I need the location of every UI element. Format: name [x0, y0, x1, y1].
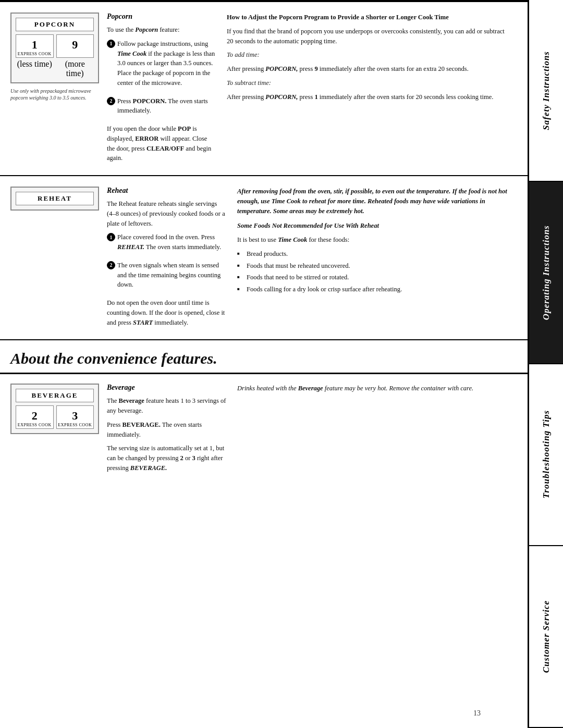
reheat-step2: 2 The oven signals when steam is sensed … [107, 261, 227, 294]
reheat-text-left: Reheat The Reheat feature reheats single… [107, 187, 237, 331]
beverage-warning: Drinks heated with the Beverage feature … [237, 384, 512, 393]
step1-num: 1 [107, 40, 115, 48]
beverage-btn-2: 2 EXPRESS COOK [16, 405, 54, 429]
not-recommended-intro: It is best to use Time Cook for these fo… [237, 235, 512, 245]
add-time-text: After pressing POPCORN, press 9 immediat… [227, 64, 512, 74]
btn2-number: 2 [16, 410, 53, 422]
list-item-stirred: Foods that need to be stirred or rotated… [237, 273, 512, 282]
beverage-panel: BEVERAGE 2 EXPRESS COOK 3 EXPRESS COOK [10, 384, 107, 477]
reheat-title: REHEAT [16, 192, 94, 205]
sidebar-customer-label: Customer Service [541, 600, 552, 673]
btn1-number: 1 [16, 39, 53, 51]
list-item-bread: Bread products. [237, 249, 512, 259]
popcorn-btn-9: 9 [56, 34, 94, 58]
add-time-heading: To add time: [227, 50, 512, 60]
popcorn-adjust-heading: How to Adjust the Popcorn Program to Pro… [227, 13, 512, 22]
btn1-sublabel: EXPRESS COOK [16, 52, 53, 56]
popcorn-section: POPCORN 1 EXPRESS COOK 9 (less time) [0, 2, 528, 176]
btn1-time: (less time) [17, 59, 52, 68]
reheat-intro: The Reheat feature reheats single servin… [107, 199, 227, 228]
btn3-sublabel: EXPRESS COOK [57, 423, 94, 427]
reheat-step1-num: 1 [107, 233, 115, 241]
btn2-sublabel: EXPRESS COOK [16, 423, 53, 427]
popcorn-door-note: If you open the door while POP is displa… [107, 124, 216, 163]
reheat-step2-text: The oven signals when steam is sensed an… [117, 261, 227, 290]
subtract-time-heading: To subtract time: [227, 78, 512, 88]
beverage-text-right: Drinks heated with the Beverage feature … [237, 384, 512, 477]
beverage-intro: The Beverage feature heats 1 to 3 servin… [107, 396, 227, 416]
convenience-heading-text: About the convenience features. [10, 350, 512, 367]
reheat-warning: After removing food from the oven, stir,… [237, 187, 512, 216]
beverage-step1: Press BEVERAGE. The oven starts immediat… [107, 420, 227, 440]
not-recommended-list: Bread products. Foods that must be rehea… [237, 249, 512, 294]
main-content: POPCORN 1 EXPRESS COOK 9 (less time) [0, 0, 528, 728]
popcorn-heading: Popcorn [107, 13, 216, 21]
sidebar-troubleshooting: Troubleshooting Tips [529, 364, 563, 546]
reheat-text-right: After removing food from the oven, stir,… [237, 187, 512, 331]
sidebar-customer: Customer Service [529, 546, 563, 728]
popcorn-left-body: To use the Popcorn feature: 1 Follow pac… [107, 25, 216, 163]
popcorn-step2: 2 Press POPCORN. The oven starts immedia… [107, 96, 216, 120]
popcorn-panel-note: Use only with prepackaged microwave popc… [10, 88, 99, 101]
reheat-keypad: REHEAT [10, 187, 99, 211]
convenience-heading-section: About the convenience features. [0, 340, 528, 374]
reheat-step1-text: Place covered food in the oven. Press RE… [117, 232, 227, 252]
popcorn-keypad: POPCORN 1 EXPRESS COOK 9 (less time) [10, 13, 99, 83]
step2-num: 2 [107, 97, 115, 105]
reheat-step2-num: 2 [107, 261, 115, 269]
sidebar-safety-label: Safety Instructions [541, 51, 552, 130]
popcorn-right-body: How to Adjust the Popcorn Program to Pro… [227, 13, 512, 102]
page-number: 13 [473, 709, 481, 718]
beverage-btn-3: 3 EXPRESS COOK [56, 405, 94, 429]
reheat-panel: REHEAT [10, 187, 107, 331]
sidebar: Safety Instructions Operating Instructio… [528, 0, 563, 728]
reheat-right-body: After removing food from the oven, stir,… [237, 187, 512, 294]
btn3-number: 3 [57, 410, 94, 422]
popcorn-buttons: 1 EXPRESS COOK 9 [16, 34, 94, 58]
sidebar-safety: Safety Instructions [529, 0, 563, 182]
popcorn-step1: 1 Follow package instructions, using Tim… [107, 39, 216, 92]
popcorn-adjust-intro: If you find that the brand of popcorn yo… [227, 27, 512, 46]
beverage-text-left: Beverage The Beverage feature heats 1 to… [107, 384, 237, 477]
list-item-dry: Foods calling for a dry look or crisp su… [237, 285, 512, 294]
reheat-heading: Reheat [107, 187, 227, 195]
btn9-time: (more time) [65, 59, 85, 78]
sidebar-troubleshooting-label: Troubleshooting Tips [541, 410, 552, 498]
popcorn-text-right: How to Adjust the Popcorn Program to Pro… [227, 13, 512, 167]
beverage-section: BEVERAGE 2 EXPRESS COOK 3 EXPRESS COOK [0, 374, 528, 485]
step2-text: Press POPCORN. The oven starts immediate… [117, 96, 216, 116]
beverage-keypad: BEVERAGE 2 EXPRESS COOK 3 EXPRESS COOK [10, 384, 99, 434]
beverage-title: BEVERAGE [16, 389, 94, 402]
popcorn-title: POPCORN [16, 18, 94, 31]
reheat-section: REHEAT Reheat The Reheat feature reheats… [0, 176, 528, 340]
popcorn-btn-1: 1 EXPRESS COOK [16, 34, 54, 58]
subtract-time-text: After pressing POPCORN, press 1 immediat… [227, 92, 512, 102]
list-item-uncovered: Foods that must be reheated uncovered. [237, 261, 512, 271]
step1-text: Follow package instructions, using Time … [117, 39, 216, 88]
popcorn-intro: To use the Popcorn feature: [107, 25, 216, 35]
reheat-door-note: Do not open the oven door until time is … [107, 298, 227, 327]
beverage-left-body: The Beverage feature heats 1 to 3 servin… [107, 396, 227, 473]
beverage-right-body: Drinks heated with the Beverage feature … [237, 384, 512, 393]
popcorn-text-left: Popcorn To use the Popcorn feature: 1 Fo… [107, 13, 227, 167]
beverage-heading: Beverage [107, 384, 227, 392]
beverage-step2: The serving size is automatically set at… [107, 443, 227, 473]
beverage-buttons: 2 EXPRESS COOK 3 EXPRESS COOK [16, 405, 94, 429]
btn9-number: 9 [57, 39, 94, 51]
sidebar-operating: Operating Instructions [529, 182, 563, 364]
sidebar-operating-label: Operating Instructions [541, 225, 552, 320]
not-recommended-heading: Some Foods Not Recommended for Use With … [237, 221, 512, 231]
popcorn-panel: POPCORN 1 EXPRESS COOK 9 (less time) [10, 13, 107, 167]
reheat-left-body: The Reheat feature reheats single servin… [107, 199, 227, 327]
reheat-step1: 1 Place covered food in the oven. Press … [107, 232, 227, 256]
